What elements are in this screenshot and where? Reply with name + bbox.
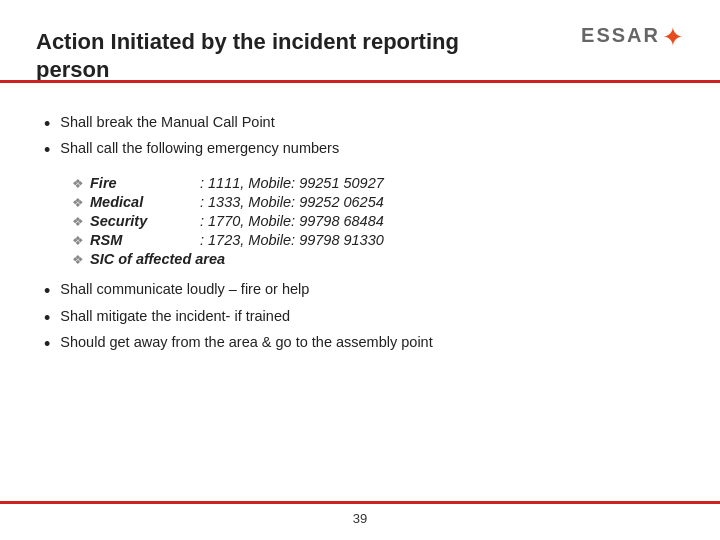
list-item: • Shall break the Manual Call Point xyxy=(44,114,684,136)
list-item: • Shall mitigate the incident- if traine… xyxy=(44,308,684,330)
em-value: : 1723, Mobile: 99798 91330 xyxy=(200,232,384,248)
diamond-icon: ❖ xyxy=(72,252,84,267)
bottom-rule xyxy=(0,501,720,504)
bullet-dot: • xyxy=(44,114,50,136)
bullet-dot: • xyxy=(44,334,50,356)
em-label: Medical xyxy=(90,194,200,210)
page-number: 39 xyxy=(353,511,367,526)
list-item: • Shall communicate loudly – fire or hel… xyxy=(44,281,684,303)
emergency-item-sic: ❖ SIC of affected area xyxy=(72,251,684,267)
essar-logo: ESSAR ✦ xyxy=(581,24,684,50)
emergency-item-fire: ❖ Fire : 1111, Mobile: 99251 50927 xyxy=(72,175,684,191)
em-label-sic: SIC of affected area xyxy=(90,251,225,267)
em-value: : 1333, Mobile: 99252 06254 xyxy=(200,194,384,210)
emergency-item-rsm: ❖ RSM : 1723, Mobile: 99798 91330 xyxy=(72,232,684,248)
em-value: : 1770, Mobile: 99798 68484 xyxy=(200,213,384,229)
title-line1: Action Initiated by the incident reporti… xyxy=(36,29,459,54)
top-rule xyxy=(0,80,720,83)
diamond-icon: ❖ xyxy=(72,233,84,248)
slide-title: Action Initiated by the incident reporti… xyxy=(36,24,459,83)
bullet-dot: • xyxy=(44,140,50,162)
logo-star-icon: ✦ xyxy=(662,24,684,50)
emergency-item-security: ❖ Security : 1770, Mobile: 99798 68484 xyxy=(72,213,684,229)
diamond-icon: ❖ xyxy=(72,176,84,191)
bottom-bullet-list: • Shall communicate loudly – fire or hel… xyxy=(44,281,684,356)
emergency-item-medical: ❖ Medical : 1333, Mobile: 99252 06254 xyxy=(72,194,684,210)
header-row: Action Initiated by the incident reporti… xyxy=(36,24,684,96)
em-label: Security xyxy=(90,213,200,229)
diamond-icon: ❖ xyxy=(72,214,84,229)
emergency-grid: ❖ Fire : 1111, Mobile: 99251 50927 ❖ Med… xyxy=(72,175,684,267)
bullet-dot: • xyxy=(44,281,50,303)
title-line2: person xyxy=(36,57,109,82)
em-label: RSM xyxy=(90,232,200,248)
list-item: • Shall call the following emergency num… xyxy=(44,140,684,162)
top-bullet-list: • Shall break the Manual Call Point • Sh… xyxy=(44,114,684,161)
em-value: : 1111, Mobile: 99251 50927 xyxy=(200,175,384,191)
content-area: • Shall break the Manual Call Point • Sh… xyxy=(36,114,684,356)
list-item: • Should get away from the area & go to … xyxy=(44,334,684,356)
slide: Action Initiated by the incident reporti… xyxy=(0,0,720,540)
diamond-icon: ❖ xyxy=(72,195,84,210)
em-label: Fire xyxy=(90,175,200,191)
logo-text: ESSAR xyxy=(581,24,660,47)
bullet-dot: • xyxy=(44,308,50,330)
